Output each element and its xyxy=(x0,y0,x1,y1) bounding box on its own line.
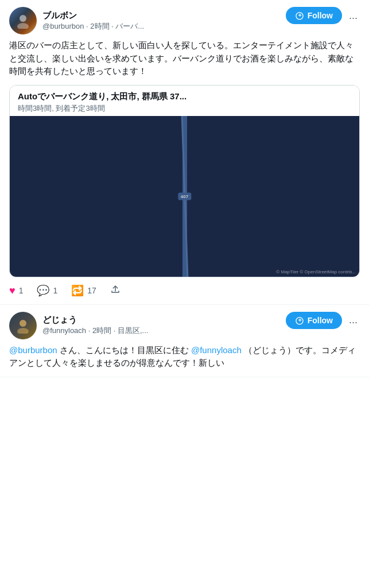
user-info-2: どじょう @funnyloach · 2時間 · 目黒区,... xyxy=(42,315,148,336)
svg-point-2 xyxy=(20,320,26,327)
more-button-2[interactable]: ... xyxy=(347,312,360,328)
display-name-2[interactable]: どじょう xyxy=(42,315,148,326)
map-attribution-1: © MapTiler © OpenStreetMap contrib... xyxy=(276,269,356,274)
retweet-icon-1: 🔁 xyxy=(71,284,84,297)
tweet-card-2: どじょう @funnyloach · 2時間 · 目黒区,... Follow … xyxy=(0,305,369,377)
comment-button-1[interactable]: 💬 1 xyxy=(37,284,57,297)
svg-point-1 xyxy=(17,23,29,29)
user-info-1: ブルボン @burburbon · 2時間 · バーバ... xyxy=(42,10,144,32)
more-dots-2: ... xyxy=(349,314,358,326)
tweet-text-1: 港区のバーの店主として、新しい面白い人を探している。エンターテイメント施設で人々… xyxy=(9,39,360,78)
retweet-button-1[interactable]: 🔁 17 xyxy=(71,284,96,297)
like-count-1: 1 xyxy=(19,286,24,295)
tweet-header-right-2: Follow ... xyxy=(286,312,360,329)
follow-label-1: Follow xyxy=(308,11,333,20)
tweet-text-2-part1: さん、こんにちは！目黒区に住む xyxy=(60,345,189,355)
more-button-1[interactable]: ... xyxy=(347,7,360,24)
tweet-header-right-1: Follow ... xyxy=(286,7,360,24)
heart-icon-1: ♥ xyxy=(9,285,15,297)
map-card-header-1: Autoでバーバンク道り, 太田市, 群馬県 37... 時間3時間, 到着予定… xyxy=(10,86,359,116)
more-dots-1: ... xyxy=(349,10,358,21)
map-card-subtitle-1: 時間3時間, 到着予定3時間 xyxy=(18,103,351,114)
avatar-2[interactable] xyxy=(9,312,37,339)
follow-label-2: Follow xyxy=(308,316,333,325)
meta-line-1: @burburbon · 2時間 · バーバ... xyxy=(42,21,144,32)
share-button-1[interactable] xyxy=(110,284,121,297)
tweet-text-2: @burburbon さん、こんにちは！目黒区に住む @funnyloach （… xyxy=(9,344,360,370)
follow-button-2[interactable]: Follow xyxy=(286,312,342,329)
mention-burburbon[interactable]: @burburbon xyxy=(9,345,57,355)
share-icon-1 xyxy=(110,284,121,297)
avatar-1[interactable] xyxy=(9,7,37,34)
like-button-1[interactable]: ♥ 1 xyxy=(9,285,23,297)
comment-icon-1: 💬 xyxy=(37,284,49,297)
mention-funnyloach[interactable]: @funnyloach xyxy=(191,345,242,355)
svg-point-3 xyxy=(17,328,29,334)
map-visual-1: 407 © MapTiler © OpenStreetMap contrib..… xyxy=(10,116,359,277)
tweet-header-2: どじょう @funnyloach · 2時間 · 目黒区,... Follow … xyxy=(9,312,360,339)
tweet-card-1: ブルボン @burburbon · 2時間 · バーバ... Follow ..… xyxy=(0,0,369,305)
display-name-1[interactable]: ブルボン xyxy=(42,10,144,21)
map-card-1[interactable]: Autoでバーバンク道り, 太田市, 群馬県 37... 時間3時間, 到着予定… xyxy=(9,85,360,277)
tweet-actions-1: ♥ 1 💬 1 🔁 17 xyxy=(9,284,360,297)
tweet-header-left-2: どじょう @funnyloach · 2時間 · 目黒区,... xyxy=(9,312,148,339)
person-add-icon-1 xyxy=(295,11,304,20)
tweet-header-left-1: ブルボン @burburbon · 2時間 · バーバ... xyxy=(9,7,144,34)
person-add-icon-2 xyxy=(295,316,304,325)
comment-count-1: 1 xyxy=(53,286,57,295)
meta-line-2: @funnyloach · 2時間 · 目黒区,... xyxy=(42,326,148,336)
map-card-title-1: Autoでバーバンク道り, 太田市, 群馬県 37... xyxy=(18,91,351,102)
tweet-header-1: ブルボン @burburbon · 2時間 · バーバ... Follow ..… xyxy=(9,7,360,34)
map-badge-1: 407 xyxy=(178,192,191,200)
retweet-count-1: 17 xyxy=(87,286,96,295)
svg-point-0 xyxy=(20,15,26,22)
follow-button-1[interactable]: Follow xyxy=(286,7,342,24)
